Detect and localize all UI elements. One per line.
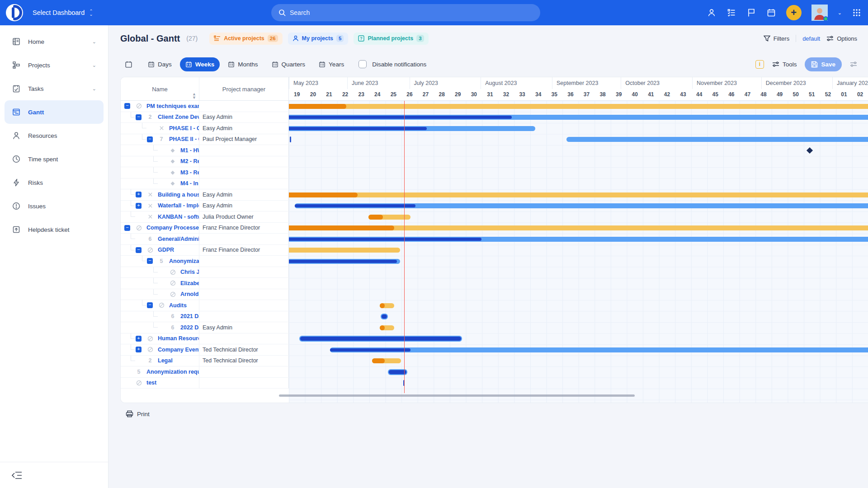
task-bar[interactable] — [289, 259, 400, 264]
sidebar-item-issues[interactable]: Issues — [5, 194, 104, 218]
task-name-link[interactable]: Audits — [169, 300, 187, 311]
task-name-link[interactable]: PHASE II - Client Zone — [169, 134, 199, 145]
collapse-toggle[interactable]: − — [124, 225, 130, 231]
select-dashboard[interactable]: Select Dashboard ⌃⌄ — [33, 0, 93, 25]
task-name-link[interactable]: PHASE I - Client Zone — [169, 123, 199, 134]
tools-button[interactable]: Tools — [772, 61, 797, 68]
milestone-diamond[interactable] — [807, 147, 813, 154]
task-name-link[interactable]: Arnold Swan — [180, 289, 199, 300]
task-name-link[interactable]: Company Processes and — [146, 223, 199, 234]
task-name-link[interactable]: M4 - In Production — [180, 178, 199, 189]
task-bar[interactable] — [566, 137, 868, 142]
scale-days[interactable]: Days — [142, 57, 177, 71]
task-name-link[interactable]: Legal — [158, 356, 173, 366]
task-name-link[interactable]: Anonymization requests — [146, 366, 199, 377]
task-bar[interactable] — [299, 336, 462, 342]
options-button[interactable]: Options — [826, 35, 857, 42]
project-bar[interactable] — [289, 104, 868, 109]
sidebar-item-gantt[interactable]: Gantt — [5, 100, 104, 124]
sidebar-item-helpdesk-ticket[interactable]: Helpdesk ticket — [5, 218, 104, 241]
task-name-link[interactable]: M2 - Ready for Pilot — [180, 156, 199, 167]
project-bar[interactable] — [380, 325, 394, 330]
task-bar[interactable] — [289, 237, 868, 242]
apps-grid-icon[interactable] — [852, 8, 862, 18]
task-name-link[interactable]: PM techniques example — [146, 101, 199, 112]
scale-weeks[interactable]: Weeks — [180, 57, 220, 71]
default-view-link[interactable]: default — [802, 35, 820, 42]
expand-toggle[interactable]: + — [136, 192, 142, 197]
expand-toggle[interactable]: + — [136, 203, 142, 209]
scale-months[interactable]: Months — [222, 57, 263, 71]
project-bar[interactable] — [289, 248, 400, 253]
chip-active-projects[interactable]: Active projects 26 — [209, 33, 282, 45]
sidebar-item-time-spent[interactable]: Time spent — [5, 147, 104, 171]
task-name-link[interactable]: Client Zone Development — [158, 112, 199, 123]
collapse-toggle[interactable]: − — [124, 103, 130, 109]
checklist-icon[interactable] — [726, 8, 736, 18]
print-button[interactable]: Print — [126, 410, 162, 418]
search-bar[interactable] — [271, 4, 540, 21]
horizontal-scrollbar[interactable] — [279, 394, 635, 397]
task-name-link[interactable]: Elizabeth Barret — [180, 278, 199, 289]
column-header-pm[interactable]: Project manager — [199, 77, 289, 101]
task-count: 5 — [158, 258, 165, 264]
task-name-link[interactable]: test — [146, 378, 156, 389]
task-name-link[interactable]: KANBAN - software — [158, 211, 199, 222]
column-header-name[interactable]: Name ▲▼ — [121, 77, 199, 101]
user-icon[interactable] — [707, 8, 717, 18]
task-bar[interactable] — [289, 115, 868, 120]
sort-icon[interactable]: ▲▼ — [192, 92, 196, 99]
task-bar[interactable] — [295, 203, 868, 208]
collapse-toggle[interactable]: − — [136, 247, 142, 253]
task-name-link[interactable]: Waterfall - Implementation — [158, 201, 199, 211]
filters-button[interactable]: Filters — [764, 35, 789, 42]
task-name-link[interactable]: Company Events — [158, 344, 199, 355]
settings-sliders-icon[interactable] — [850, 61, 857, 67]
sidebar-item-resources[interactable]: Resources — [5, 124, 104, 147]
scale-quarters[interactable]: Quarters — [266, 57, 311, 71]
task-name-link[interactable]: Chris Johnson — [180, 267, 199, 278]
search-input[interactable] — [290, 9, 533, 16]
sidebar-item-risks[interactable]: Risks — [5, 171, 104, 194]
flag-icon[interactable] — [746, 8, 756, 18]
project-bar[interactable] — [372, 358, 401, 363]
chip-planned-projects[interactable]: ? Planned projects 3 — [354, 33, 428, 45]
task-name-link[interactable]: General/Administrative — [158, 234, 199, 244]
task-name-link[interactable]: GDPR — [158, 245, 174, 256]
task-name-link[interactable]: Human Resources — [158, 333, 199, 344]
project-bar[interactable] — [289, 225, 868, 230]
project-bar[interactable] — [289, 192, 868, 197]
task-name-link[interactable]: 2021 Data audit — [180, 311, 199, 322]
collapse-toggle[interactable]: − — [147, 302, 153, 308]
jump-to-date-icon[interactable] — [120, 57, 137, 72]
user-avatar[interactable] — [811, 5, 828, 21]
sidebar-item-projects[interactable]: Projects⌄ — [5, 53, 104, 77]
chip-my-projects[interactable]: My projects 5 — [288, 33, 349, 45]
disable-notifications-checkbox[interactable] — [359, 60, 367, 68]
calendar-icon[interactable] — [766, 8, 776, 18]
expand-toggle[interactable]: + — [136, 347, 142, 352]
collapse-toggle[interactable]: − — [136, 114, 142, 120]
task-name-link[interactable]: 2022 Data audit — [180, 322, 199, 333]
task-bar[interactable] — [381, 314, 388, 319]
sidebar-item-tasks[interactable]: Tasks⌄ — [5, 77, 104, 100]
task-name-link[interactable]: Building a house — [158, 189, 199, 200]
project-bar[interactable] — [380, 303, 394, 308]
task-name-link[interactable]: M3 - Ready for Production — [180, 167, 199, 178]
collapse-toggle[interactable]: − — [147, 258, 153, 264]
task-name-link[interactable]: Anonymization — [169, 256, 199, 267]
task-bar-fragment[interactable] — [290, 136, 291, 142]
collapse-toggle[interactable]: − — [147, 136, 153, 142]
scale-years[interactable]: Years — [313, 57, 349, 71]
chevron-down-icon[interactable]: ⌄ — [838, 10, 842, 16]
task-bar[interactable] — [330, 347, 868, 352]
expand-toggle[interactable]: + — [136, 336, 142, 342]
add-button[interactable]: + — [786, 5, 802, 20]
task-name-link[interactable]: M1 - HW+SW installed — [180, 145, 199, 156]
info-icon[interactable]: i — [755, 60, 764, 69]
app-logo-icon[interactable] — [5, 4, 24, 22]
save-button[interactable]: Save — [805, 57, 842, 71]
task-bar[interactable] — [289, 126, 535, 131]
sidebar-item-home[interactable]: Home⌄ — [5, 30, 104, 53]
collapse-sidebar-icon[interactable] — [11, 470, 23, 480]
